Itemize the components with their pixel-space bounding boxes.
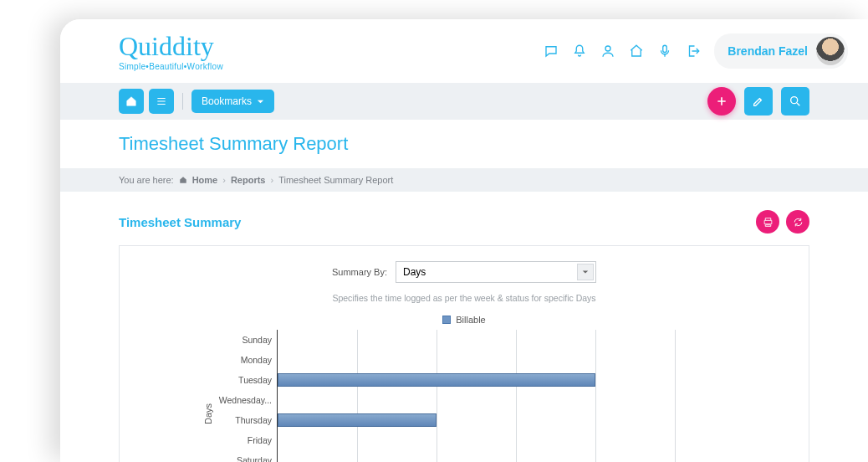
panel-actions xyxy=(756,210,809,234)
y-tick: Monday xyxy=(217,350,277,370)
chart: Days SundayMondayTuesdayWednesday...Thur… xyxy=(120,330,809,462)
mic-icon[interactable] xyxy=(657,44,672,59)
brand-logo[interactable]: Quiddity Simple•Beautiful•Workflow xyxy=(119,31,223,71)
bookmarks-label: Bookmarks xyxy=(202,95,252,107)
avatar xyxy=(816,37,845,65)
y-tick: Friday xyxy=(217,430,277,450)
plot: SundayMondayTuesdayWednesday...ThursdayF… xyxy=(217,330,675,462)
y-tick: Saturday xyxy=(217,450,277,462)
chevron-down-icon xyxy=(577,264,594,280)
summary-hint: Specifies the time logged as per the wee… xyxy=(120,293,809,303)
svg-point-0 xyxy=(605,46,610,51)
home-button[interactable] xyxy=(119,89,144,114)
edit-button[interactable] xyxy=(744,87,773,116)
plot-grid xyxy=(277,330,675,462)
legend-label: Billable xyxy=(456,315,485,325)
brand-tagline: Simple•Beautiful•Workflow xyxy=(119,62,223,71)
brand-name: Quiddity xyxy=(119,31,223,62)
bell-icon[interactable] xyxy=(572,44,587,59)
app-window: Quiddity Simple•Beautiful•Workflow Brend… xyxy=(60,19,868,462)
chat-icon[interactable] xyxy=(544,44,559,59)
y-tick: Wednesday... xyxy=(217,390,277,410)
panel: Timesheet Summary Summary By: Days Speci… xyxy=(60,192,868,462)
y-tick: Thursday xyxy=(217,410,277,430)
logout-icon[interactable] xyxy=(686,44,701,59)
summary-by-select[interactable]: Days xyxy=(396,261,596,283)
breadcrumb-leaf: Timesheet Summary Report xyxy=(278,175,393,185)
breadcrumb: You are here: Home › Reports › Timesheet… xyxy=(60,168,868,192)
home-outline-icon[interactable] xyxy=(629,44,644,59)
bar xyxy=(278,413,437,427)
user-menu[interactable]: Brendan Fazel xyxy=(714,33,848,69)
nav-right xyxy=(707,87,809,116)
print-button[interactable] xyxy=(756,210,779,234)
search-button[interactable] xyxy=(781,87,809,116)
breadcrumb-reports[interactable]: Reports xyxy=(231,175,266,185)
panel-header: Timesheet Summary xyxy=(119,202,809,245)
breadcrumb-sep: › xyxy=(270,175,273,185)
bar xyxy=(278,373,595,387)
page-title-row: Timesheet Summary Report xyxy=(60,120,868,168)
y-tick: Tuesday xyxy=(217,370,277,390)
nav-bar: Bookmarks xyxy=(60,83,868,120)
bookmarks-dropdown[interactable]: Bookmarks xyxy=(191,90,274,113)
user-name: Brendan Fazel xyxy=(728,44,808,58)
chart-legend: Billable xyxy=(120,315,809,325)
svg-point-2 xyxy=(791,97,798,104)
top-icon-row: Brendan Fazel xyxy=(544,33,848,69)
refresh-button[interactable] xyxy=(786,210,809,234)
panel-body: Summary By: Days Specifies the time logg… xyxy=(119,245,809,462)
summary-by-value: Days xyxy=(403,266,426,278)
y-tick: Sunday xyxy=(217,330,277,350)
breadcrumb-sep: › xyxy=(222,175,226,185)
chevron-down-icon xyxy=(257,98,264,105)
chart-area: SundayMondayTuesdayWednesday...ThursdayF… xyxy=(217,330,675,462)
user-icon[interactable] xyxy=(600,44,615,59)
svg-rect-1 xyxy=(663,45,667,52)
page-title: Timesheet Summary Report xyxy=(119,133,809,155)
nav-left: Bookmarks xyxy=(119,89,274,114)
breadcrumb-home[interactable]: Home xyxy=(192,175,218,185)
summary-by-label: Summary By: xyxy=(332,267,387,277)
nav-divider xyxy=(182,93,183,110)
add-button[interactable] xyxy=(707,87,736,116)
summary-row: Summary By: Days xyxy=(120,261,809,283)
top-bar: Quiddity Simple•Beautiful•Workflow Brend… xyxy=(60,19,868,83)
breadcrumb-prefix: You are here: xyxy=(119,175,174,185)
home-icon xyxy=(179,176,187,184)
legend-swatch xyxy=(442,316,451,324)
menu-button[interactable] xyxy=(149,89,174,114)
panel-title: Timesheet Summary xyxy=(119,215,241,229)
y-axis-label: Days xyxy=(203,403,213,424)
y-tick-labels: SundayMondayTuesdayWednesday...ThursdayF… xyxy=(217,330,277,462)
